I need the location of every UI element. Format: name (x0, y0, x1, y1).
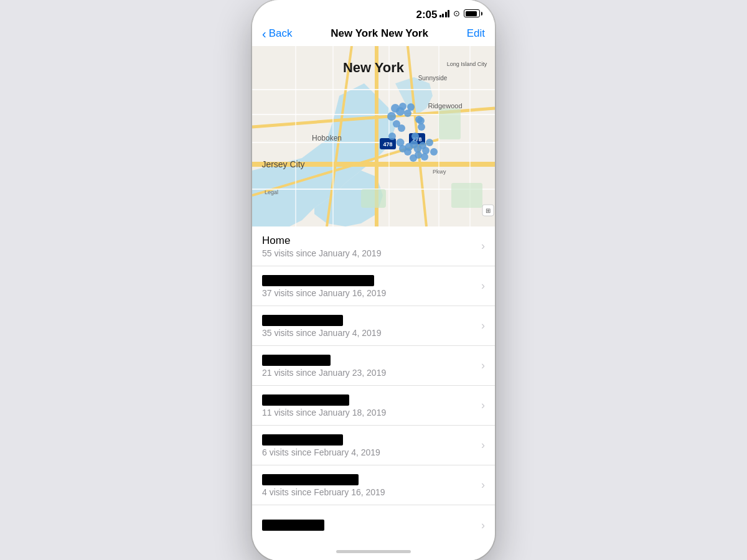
list-item-subtitle: 21 visits since January 23, 2019 (262, 368, 476, 378)
redacted-title (262, 355, 331, 366)
map-svg: 478 278 New York Jersey City Hoboken Rid… (252, 46, 495, 226)
signal-icon (439, 10, 450, 17)
svg-text:478: 478 (383, 141, 392, 147)
wifi-icon: ⊙ (453, 9, 460, 18)
list-item-title: Home (262, 235, 476, 247)
list-item-content: 6 visits since February 4, 2019 (262, 434, 476, 457)
list-item[interactable]: 21 visits since January 23, 2019› (252, 346, 495, 386)
list-item[interactable]: 11 visits since January 18, 2019› (252, 386, 495, 426)
chevron-right-icon: › (481, 399, 485, 412)
edit-button[interactable]: Edit (467, 27, 485, 40)
redacted-title (262, 275, 374, 286)
list-item-content: 35 visits since January 4, 2019 (262, 314, 476, 338)
phone-frame: 2:05 ⊙ ‹ Back New York New York Edit (252, 0, 495, 560)
svg-text:⊞: ⊞ (486, 207, 491, 214)
list-item-subtitle: 4 visits since February 16, 2019 (262, 487, 476, 497)
redacted-title (262, 394, 349, 406)
list-item-title (262, 314, 476, 327)
chevron-right-icon: › (481, 478, 485, 492)
redacted-title (262, 474, 359, 485)
map-view[interactable]: 478 278 New York Jersey City Hoboken Rid… (252, 46, 495, 226)
svg-point-55 (399, 145, 406, 152)
redacted-title (262, 520, 324, 531)
svg-text:Pkwy: Pkwy (433, 169, 446, 175)
svg-point-41 (388, 133, 396, 140)
svg-text:Long Island City: Long Island City (447, 61, 487, 67)
list-item-title (262, 354, 476, 366)
chevron-right-icon: › (481, 240, 485, 253)
svg-text:Legal: Legal (265, 189, 278, 195)
list-item[interactable]: 35 visits since January 4, 2019› (252, 306, 495, 346)
list-item-subtitle: 55 visits since January 4, 2019 (262, 248, 476, 258)
nav-bar: ‹ Back New York New York Edit (252, 25, 495, 46)
svg-rect-22 (451, 183, 482, 208)
list-item-content: Home55 visits since January 4, 2019 (262, 235, 476, 258)
list-item[interactable]: 4 visits since February 16, 2019› (252, 465, 495, 505)
svg-point-51 (410, 154, 417, 162)
chevron-right-icon: › (481, 319, 485, 332)
svg-rect-20 (361, 189, 386, 208)
list-item[interactable]: › (252, 505, 495, 545)
list-item-title (262, 434, 476, 446)
back-label: Back (269, 27, 293, 40)
svg-point-36 (399, 103, 406, 110)
list-item-title (262, 274, 476, 287)
list-item[interactable]: 6 visits since February 4, 2019› (252, 426, 495, 465)
list-item-title (262, 474, 476, 486)
svg-rect-21 (439, 108, 461, 139)
battery-icon (464, 9, 480, 17)
list-item[interactable]: Home55 visits since January 4, 2019› (252, 226, 495, 266)
list-item-subtitle: 6 visits since February 4, 2019 (262, 447, 476, 457)
battery-fill (466, 11, 477, 16)
svg-point-53 (430, 148, 438, 156)
svg-point-57 (411, 133, 419, 140)
list-item-subtitle: 37 visits since January 16, 2019 (262, 288, 476, 298)
redacted-title (262, 315, 343, 326)
list-item-subtitle: 11 visits since January 18, 2019 (262, 408, 476, 418)
svg-text:Ridgewood: Ridgewood (428, 102, 462, 110)
list-item[interactable]: 37 visits since January 16, 2019› (252, 266, 495, 306)
svg-point-56 (426, 139, 433, 146)
list-item-content: 21 visits since January 23, 2019 (262, 354, 476, 378)
chevron-right-icon: › (481, 359, 485, 372)
svg-text:Sunnyside: Sunnyside (418, 75, 448, 82)
chevron-right-icon: › (481, 439, 485, 452)
svg-point-35 (387, 112, 396, 121)
chevron-left-icon: ‹ (262, 27, 266, 40)
svg-point-40 (398, 124, 405, 132)
svg-point-52 (421, 153, 428, 161)
page-title: New York New York (331, 27, 428, 40)
chevron-right-icon: › (481, 279, 485, 292)
chevron-right-icon: › (481, 519, 485, 532)
svg-point-49 (422, 147, 430, 154)
svg-text:Jersey City: Jersey City (261, 159, 304, 169)
home-bar (252, 545, 495, 560)
list-item-title (262, 394, 476, 406)
svg-point-58 (417, 117, 425, 124)
list-item-content (262, 518, 476, 532)
list-item-subtitle: 35 visits since January 4, 2019 (262, 328, 476, 338)
list-item-content: 4 visits since February 16, 2019 (262, 474, 476, 497)
svg-text:New York: New York (343, 60, 405, 75)
list-item-content: 37 visits since January 16, 2019 (262, 274, 476, 298)
location-list: Home55 visits since January 4, 2019›37 v… (252, 226, 495, 545)
home-indicator (336, 550, 411, 553)
svg-point-38 (407, 103, 415, 111)
list-item-content: 11 visits since January 18, 2019 (262, 394, 476, 418)
list-item-title (262, 518, 476, 531)
status-bar: 2:05 ⊙ (252, 0, 495, 25)
status-icons: ⊙ (439, 9, 481, 18)
redacted-title (262, 434, 343, 446)
back-button[interactable]: ‹ Back (262, 27, 292, 40)
svg-text:Hoboken: Hoboken (312, 134, 342, 142)
